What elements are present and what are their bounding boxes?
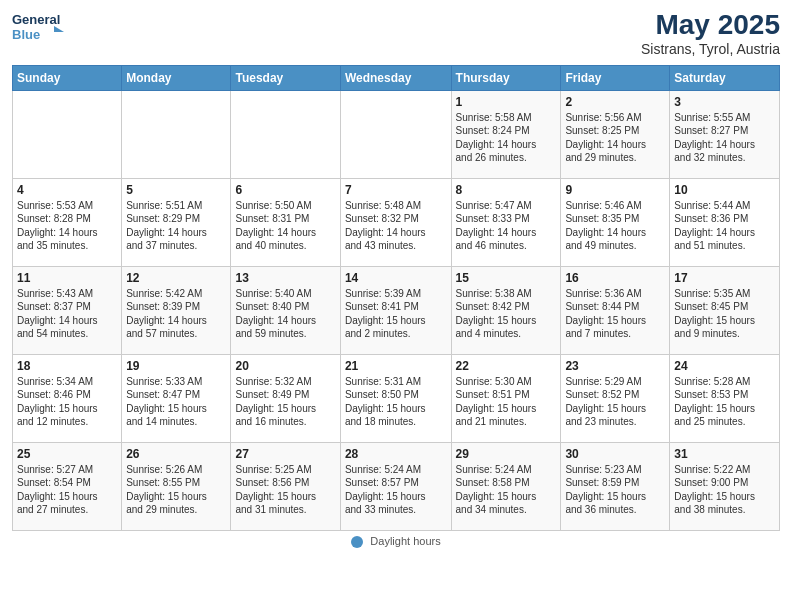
day-info: Sunrise: 5:23 AM Sunset: 8:59 PM Dayligh… <box>565 463 665 517</box>
calendar-cell: 19Sunrise: 5:33 AM Sunset: 8:47 PM Dayli… <box>122 354 231 442</box>
calendar-footer: Daylight hours <box>12 535 780 548</box>
calendar-cell: 25Sunrise: 5:27 AM Sunset: 8:54 PM Dayli… <box>13 442 122 530</box>
logo: GeneralBlue <box>12 10 72 42</box>
calendar-cell: 30Sunrise: 5:23 AM Sunset: 8:59 PM Dayli… <box>561 442 670 530</box>
day-info: Sunrise: 5:40 AM Sunset: 8:40 PM Dayligh… <box>235 287 335 341</box>
day-number: 7 <box>345 183 447 197</box>
day-number: 29 <box>456 447 557 461</box>
column-header-thursday: Thursday <box>451 65 561 90</box>
column-header-friday: Friday <box>561 65 670 90</box>
day-info: Sunrise: 5:24 AM Sunset: 8:58 PM Dayligh… <box>456 463 557 517</box>
calendar-cell: 26Sunrise: 5:26 AM Sunset: 8:55 PM Dayli… <box>122 442 231 530</box>
day-info: Sunrise: 5:48 AM Sunset: 8:32 PM Dayligh… <box>345 199 447 253</box>
day-number: 3 <box>674 95 775 109</box>
calendar-cell: 24Sunrise: 5:28 AM Sunset: 8:53 PM Dayli… <box>670 354 780 442</box>
day-info: Sunrise: 5:44 AM Sunset: 8:36 PM Dayligh… <box>674 199 775 253</box>
calendar-cell: 7Sunrise: 5:48 AM Sunset: 8:32 PM Daylig… <box>340 178 451 266</box>
day-info: Sunrise: 5:43 AM Sunset: 8:37 PM Dayligh… <box>17 287 117 341</box>
calendar-cell <box>340 90 451 178</box>
calendar-cell: 10Sunrise: 5:44 AM Sunset: 8:36 PM Dayli… <box>670 178 780 266</box>
day-number: 9 <box>565 183 665 197</box>
calendar-cell: 23Sunrise: 5:29 AM Sunset: 8:52 PM Dayli… <box>561 354 670 442</box>
day-number: 15 <box>456 271 557 285</box>
column-header-saturday: Saturday <box>670 65 780 90</box>
day-info: Sunrise: 5:26 AM Sunset: 8:55 PM Dayligh… <box>126 463 226 517</box>
calendar-cell: 20Sunrise: 5:32 AM Sunset: 8:49 PM Dayli… <box>231 354 340 442</box>
calendar-cell: 17Sunrise: 5:35 AM Sunset: 8:45 PM Dayli… <box>670 266 780 354</box>
day-number: 5 <box>126 183 226 197</box>
svg-text:Blue: Blue <box>12 27 40 42</box>
day-number: 25 <box>17 447 117 461</box>
calendar-week-row: 1Sunrise: 5:58 AM Sunset: 8:24 PM Daylig… <box>13 90 780 178</box>
calendar-cell: 29Sunrise: 5:24 AM Sunset: 8:58 PM Dayli… <box>451 442 561 530</box>
column-header-wednesday: Wednesday <box>340 65 451 90</box>
day-info: Sunrise: 5:35 AM Sunset: 8:45 PM Dayligh… <box>674 287 775 341</box>
calendar-cell: 13Sunrise: 5:40 AM Sunset: 8:40 PM Dayli… <box>231 266 340 354</box>
calendar-cell: 2Sunrise: 5:56 AM Sunset: 8:25 PM Daylig… <box>561 90 670 178</box>
day-number: 6 <box>235 183 335 197</box>
main-title: May 2025 <box>641 10 780 41</box>
day-number: 30 <box>565 447 665 461</box>
calendar-cell: 3Sunrise: 5:55 AM Sunset: 8:27 PM Daylig… <box>670 90 780 178</box>
calendar-cell: 6Sunrise: 5:50 AM Sunset: 8:31 PM Daylig… <box>231 178 340 266</box>
calendar-cell: 9Sunrise: 5:46 AM Sunset: 8:35 PM Daylig… <box>561 178 670 266</box>
calendar-cell: 5Sunrise: 5:51 AM Sunset: 8:29 PM Daylig… <box>122 178 231 266</box>
day-info: Sunrise: 5:42 AM Sunset: 8:39 PM Dayligh… <box>126 287 226 341</box>
calendar-cell: 31Sunrise: 5:22 AM Sunset: 9:00 PM Dayli… <box>670 442 780 530</box>
day-number: 14 <box>345 271 447 285</box>
day-number: 11 <box>17 271 117 285</box>
calendar-week-row: 4Sunrise: 5:53 AM Sunset: 8:28 PM Daylig… <box>13 178 780 266</box>
day-info: Sunrise: 5:31 AM Sunset: 8:50 PM Dayligh… <box>345 375 447 429</box>
day-number: 8 <box>456 183 557 197</box>
day-number: 27 <box>235 447 335 461</box>
day-number: 20 <box>235 359 335 373</box>
day-number: 21 <box>345 359 447 373</box>
calendar-cell <box>231 90 340 178</box>
day-number: 23 <box>565 359 665 373</box>
calendar-cell <box>13 90 122 178</box>
day-info: Sunrise: 5:50 AM Sunset: 8:31 PM Dayligh… <box>235 199 335 253</box>
calendar-week-row: 11Sunrise: 5:43 AM Sunset: 8:37 PM Dayli… <box>13 266 780 354</box>
day-info: Sunrise: 5:47 AM Sunset: 8:33 PM Dayligh… <box>456 199 557 253</box>
calendar-cell: 4Sunrise: 5:53 AM Sunset: 8:28 PM Daylig… <box>13 178 122 266</box>
calendar-cell: 8Sunrise: 5:47 AM Sunset: 8:33 PM Daylig… <box>451 178 561 266</box>
day-info: Sunrise: 5:51 AM Sunset: 8:29 PM Dayligh… <box>126 199 226 253</box>
day-info: Sunrise: 5:25 AM Sunset: 8:56 PM Dayligh… <box>235 463 335 517</box>
day-number: 28 <box>345 447 447 461</box>
svg-text:General: General <box>12 12 60 27</box>
calendar-table: SundayMondayTuesdayWednesdayThursdayFrid… <box>12 65 780 531</box>
day-info: Sunrise: 5:34 AM Sunset: 8:46 PM Dayligh… <box>17 375 117 429</box>
day-info: Sunrise: 5:22 AM Sunset: 9:00 PM Dayligh… <box>674 463 775 517</box>
day-number: 17 <box>674 271 775 285</box>
footer-label: Daylight hours <box>370 535 440 547</box>
day-number: 24 <box>674 359 775 373</box>
day-info: Sunrise: 5:36 AM Sunset: 8:44 PM Dayligh… <box>565 287 665 341</box>
daylight-dot <box>351 536 363 548</box>
calendar-cell: 18Sunrise: 5:34 AM Sunset: 8:46 PM Dayli… <box>13 354 122 442</box>
day-number: 26 <box>126 447 226 461</box>
column-header-tuesday: Tuesday <box>231 65 340 90</box>
column-header-sunday: Sunday <box>13 65 122 90</box>
day-info: Sunrise: 5:24 AM Sunset: 8:57 PM Dayligh… <box>345 463 447 517</box>
calendar-cell: 12Sunrise: 5:42 AM Sunset: 8:39 PM Dayli… <box>122 266 231 354</box>
day-number: 16 <box>565 271 665 285</box>
day-number: 22 <box>456 359 557 373</box>
subtitle: Sistrans, Tyrol, Austria <box>641 41 780 57</box>
calendar-cell: 14Sunrise: 5:39 AM Sunset: 8:41 PM Dayli… <box>340 266 451 354</box>
day-number: 18 <box>17 359 117 373</box>
title-block: May 2025 Sistrans, Tyrol, Austria <box>641 10 780 57</box>
day-number: 13 <box>235 271 335 285</box>
calendar-cell: 16Sunrise: 5:36 AM Sunset: 8:44 PM Dayli… <box>561 266 670 354</box>
calendar-week-row: 25Sunrise: 5:27 AM Sunset: 8:54 PM Dayli… <box>13 442 780 530</box>
day-number: 10 <box>674 183 775 197</box>
logo-icon: GeneralBlue <box>12 10 72 42</box>
calendar-cell: 11Sunrise: 5:43 AM Sunset: 8:37 PM Dayli… <box>13 266 122 354</box>
day-info: Sunrise: 5:39 AM Sunset: 8:41 PM Dayligh… <box>345 287 447 341</box>
day-info: Sunrise: 5:56 AM Sunset: 8:25 PM Dayligh… <box>565 111 665 165</box>
calendar-header-row: SundayMondayTuesdayWednesdayThursdayFrid… <box>13 65 780 90</box>
day-number: 31 <box>674 447 775 461</box>
day-info: Sunrise: 5:29 AM Sunset: 8:52 PM Dayligh… <box>565 375 665 429</box>
calendar-week-row: 18Sunrise: 5:34 AM Sunset: 8:46 PM Dayli… <box>13 354 780 442</box>
day-number: 1 <box>456 95 557 109</box>
day-info: Sunrise: 5:58 AM Sunset: 8:24 PM Dayligh… <box>456 111 557 165</box>
